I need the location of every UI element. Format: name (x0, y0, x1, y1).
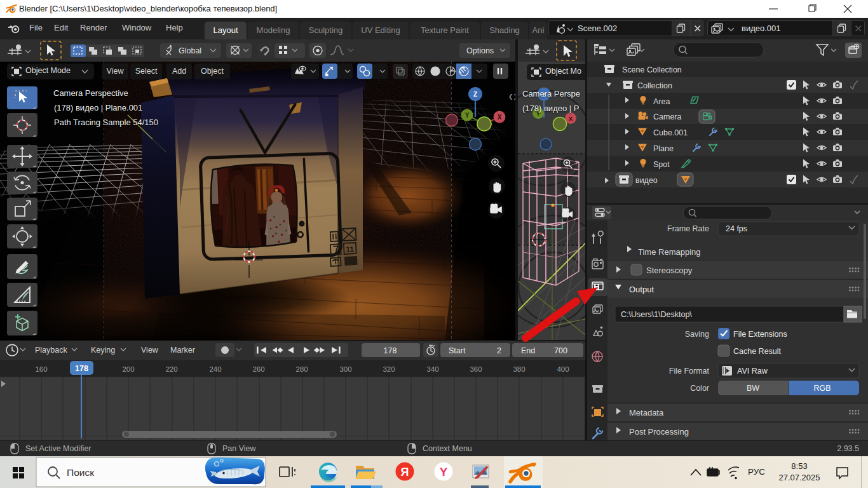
svg-text:Area: Area (653, 97, 670, 106)
svg-text:Keying: Keying (91, 346, 115, 355)
svg-text:260: 260 (252, 365, 264, 373)
svg-text:X: X (498, 114, 502, 121)
svg-text:Metadata: Metadata (629, 408, 664, 417)
svg-text:Options: Options (466, 46, 494, 55)
svg-text:End: End (521, 346, 535, 355)
svg-text:Playback: Playback (35, 346, 67, 355)
svg-text:340: 340 (426, 365, 438, 373)
svg-text:8:53: 8:53 (791, 461, 807, 471)
svg-text:видео: видео (635, 176, 658, 185)
svg-text:Collection: Collection (637, 81, 672, 90)
svg-text:240: 240 (209, 365, 221, 373)
svg-text:Y: Y (465, 112, 470, 119)
svg-text:Camera: Camera (653, 112, 682, 121)
svg-text:200: 200 (122, 365, 134, 373)
svg-text:Time Remapping: Time Remapping (638, 247, 701, 257)
svg-text:Start: Start (449, 346, 466, 355)
svg-text:Output: Output (629, 285, 654, 294)
svg-text:Marker: Marker (170, 346, 195, 355)
svg-text:24 fps: 24 fps (726, 224, 747, 233)
svg-text:C:\Users\1\Desktop\: C:\Users\1\Desktop\ (621, 310, 692, 319)
svg-text:160: 160 (35, 365, 47, 373)
svg-text:360: 360 (470, 365, 482, 373)
svg-text:Spot: Spot (653, 160, 670, 169)
svg-text:700: 700 (554, 346, 567, 355)
svg-text:Context Menu: Context Menu (423, 444, 472, 453)
svg-text:Z: Z (473, 91, 477, 98)
svg-text:Stereoscopy: Stereoscopy (646, 266, 693, 275)
svg-text:220: 220 (165, 365, 177, 373)
svg-text:AVI Raw: AVI Raw (737, 367, 768, 376)
svg-text:Cache Result: Cache Result (733, 347, 782, 356)
svg-text:178: 178 (384, 346, 397, 355)
svg-text:Plane: Plane (653, 144, 674, 153)
svg-text:178: 178 (75, 364, 88, 373)
svg-text:X: X (569, 116, 573, 122)
svg-text:2.93.5: 2.93.5 (837, 444, 859, 453)
svg-text:Frame Rate: Frame Rate (667, 224, 709, 233)
svg-text:320: 320 (383, 365, 395, 373)
svg-text:Y: Y (440, 465, 448, 478)
svg-text:Pan View: Pan View (222, 444, 257, 453)
svg-text:Scene Collection: Scene Collection (622, 65, 682, 74)
svg-text:Post Processing: Post Processing (629, 427, 689, 437)
svg-text:View: View (141, 346, 159, 355)
svg-text:280: 280 (295, 365, 308, 373)
svg-text:Global: Global (179, 46, 201, 55)
svg-text:BW: BW (747, 384, 759, 393)
svg-text:File Extensions: File Extensions (733, 330, 787, 339)
svg-text:RGB: RGB (813, 384, 831, 393)
svg-text:Color: Color (690, 384, 709, 393)
svg-text:Cube.001: Cube.001 (653, 128, 688, 137)
svg-text:2: 2 (497, 346, 501, 355)
svg-text:Поиск: Поиск (67, 467, 94, 478)
svg-text:11: 11 (346, 245, 355, 254)
svg-text:27.07.2025: 27.07.2025 (778, 473, 820, 482)
svg-text:300: 300 (339, 365, 351, 373)
svg-text:❮❯: ❮❯ (508, 93, 515, 100)
svg-text:Я: Я (401, 466, 409, 478)
svg-text:File Format: File Format (669, 367, 710, 376)
svg-text:400: 400 (557, 365, 569, 373)
svg-text:Saving: Saving (685, 330, 709, 339)
svg-text:380: 380 (513, 365, 525, 373)
svg-text:РУС: РУС (748, 467, 765, 477)
svg-text:Set Active Modifier: Set Active Modifier (25, 444, 92, 453)
